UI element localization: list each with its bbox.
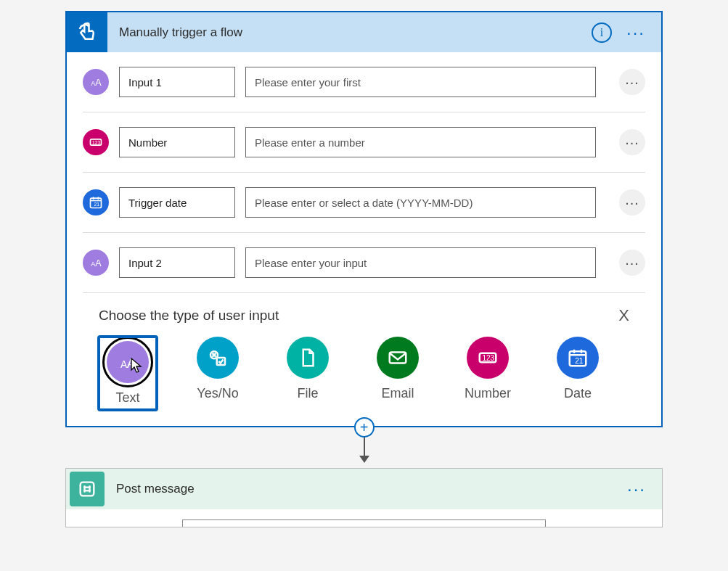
input-rows: AA ··· 123 ··· 21 ··· AA ··· xyxy=(67,52,661,292)
action-menu-button[interactable]: ··· xyxy=(627,485,646,493)
svg-rect-25 xyxy=(81,482,94,496)
type-option-label: File xyxy=(297,386,318,401)
input-name-field[interactable] xyxy=(119,67,235,97)
svg-text:123: 123 xyxy=(483,354,495,362)
file-icon xyxy=(287,337,329,379)
input-placeholder-field[interactable] xyxy=(245,187,596,218)
action-body xyxy=(66,509,662,527)
input-row: AA ··· xyxy=(83,232,645,292)
svg-text:A: A xyxy=(95,258,102,268)
input-row-menu-button[interactable]: ··· xyxy=(619,69,645,95)
text-icon: AA xyxy=(83,250,109,276)
svg-text:A: A xyxy=(127,356,136,371)
input-row: 21 ··· xyxy=(83,172,645,232)
input-row-menu-button[interactable]: ··· xyxy=(619,189,645,215)
picker-label: Choose the type of user input xyxy=(99,308,279,324)
action-field-stub xyxy=(182,519,546,527)
connector-line xyxy=(364,436,365,456)
type-option-date[interactable]: 21 Date xyxy=(549,337,607,410)
type-option-label: Email xyxy=(381,386,414,401)
text-icon: AA xyxy=(107,341,149,383)
action-card: Post message ··· xyxy=(65,468,663,527)
trigger-menu-button[interactable]: ··· xyxy=(626,29,645,36)
add-step-button[interactable]: + xyxy=(354,417,375,438)
type-option-text[interactable]: AA Text xyxy=(99,337,157,410)
info-icon[interactable]: i xyxy=(592,22,612,43)
input-placeholder-field[interactable] xyxy=(245,127,596,157)
type-option-label: Yes/No xyxy=(197,386,238,401)
svg-text:21: 21 xyxy=(575,357,584,365)
trigger-card: Manually trigger a flow i ··· AA ··· 123… xyxy=(65,11,663,427)
flow-connector: + xyxy=(354,427,375,463)
input-name-field[interactable] xyxy=(119,187,235,218)
type-option-file[interactable]: File xyxy=(279,337,337,410)
post-message-icon xyxy=(70,472,105,506)
manual-trigger-icon xyxy=(67,12,107,52)
trigger-title: Manually trigger a flow xyxy=(107,25,592,40)
svg-text:21: 21 xyxy=(94,202,100,207)
type-option-label: Text xyxy=(115,390,139,406)
svg-rect-17 xyxy=(390,353,406,363)
input-row: AA ··· xyxy=(83,52,645,112)
close-icon[interactable]: X xyxy=(618,306,629,325)
text-icon: AA xyxy=(83,69,109,95)
date-icon: 21 xyxy=(83,189,109,215)
type-option-email[interactable]: Email xyxy=(369,337,427,410)
input-row-menu-button[interactable]: ··· xyxy=(619,129,645,155)
action-title: Post message xyxy=(105,482,627,496)
type-option-label: Number xyxy=(465,386,511,401)
number-icon: 123 xyxy=(83,129,109,155)
action-header[interactable]: Post message ··· xyxy=(66,469,662,509)
email-icon xyxy=(377,337,419,379)
date-icon: 21 xyxy=(557,337,599,379)
type-option-label: Date xyxy=(564,386,592,401)
input-row: 123 ··· xyxy=(83,112,645,172)
number-icon: 123 xyxy=(467,337,509,379)
type-option-number[interactable]: 123 Number xyxy=(459,337,517,410)
input-placeholder-field[interactable] xyxy=(245,247,596,278)
trigger-header[interactable]: Manually trigger a flow i ··· xyxy=(67,12,661,52)
input-row-menu-button[interactable]: ··· xyxy=(619,250,645,276)
input-name-field[interactable] xyxy=(119,127,235,157)
type-list: AA Text Yes/No File Email 123 Number 21 … xyxy=(99,337,629,410)
input-placeholder-field[interactable] xyxy=(245,67,596,97)
input-name-field[interactable] xyxy=(119,247,235,278)
yesno-icon xyxy=(197,337,239,379)
type-option-yesno[interactable]: Yes/No xyxy=(189,337,247,410)
svg-text:A: A xyxy=(95,78,102,88)
input-type-picker: Choose the type of user input X AA Text … xyxy=(83,292,645,426)
svg-text:123: 123 xyxy=(92,140,100,145)
arrow-down-icon xyxy=(359,456,369,463)
